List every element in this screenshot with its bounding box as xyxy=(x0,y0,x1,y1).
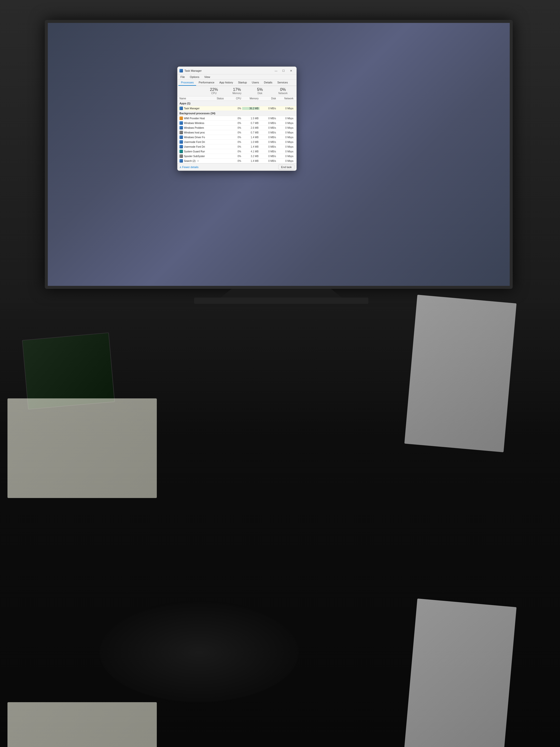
titlebar: Task Manager — ☐ ✕ xyxy=(178,67,296,74)
process-name-problem-reporting: Windows Problem Reporting xyxy=(180,126,205,129)
process-cpu: 0% xyxy=(225,127,242,129)
process-icon xyxy=(180,154,183,158)
process-name-search: Search (2) ⊙ xyxy=(180,159,205,162)
disk-label: Disk xyxy=(248,92,271,95)
white-box-item xyxy=(404,599,517,747)
process-memory: 1.4 MB xyxy=(242,136,260,139)
process-icon xyxy=(180,145,183,148)
monitor-screen: Task Manager — ☐ ✕ File Options View Pro… xyxy=(48,23,510,286)
network-stat: 0% Network xyxy=(271,87,294,95)
tab-bar: Processes Performance App history Startu… xyxy=(178,80,296,86)
process-name-driver-foundation: Windows Driver Foundation —... xyxy=(180,135,205,139)
tab-users[interactable]: Users xyxy=(249,80,262,86)
tab-details[interactable]: Details xyxy=(262,80,275,86)
process-disk: 0 MB/s xyxy=(260,155,277,158)
tab-startup[interactable]: Startup xyxy=(236,80,249,86)
tab-app-history[interactable]: App history xyxy=(217,80,236,86)
process-network: 0 Mbps xyxy=(277,117,294,120)
process-name-font-driver-1: Usermode Font Driver Host xyxy=(180,140,205,144)
table-row[interactable]: Windows Problem Reporting 0% 2.6 MB 0 MB… xyxy=(178,126,296,130)
table-row[interactable]: WMI Provider Host 0% 1.5 MB 0 MB/s 0 Mbp… xyxy=(178,116,296,121)
process-network: 0 Mbps xyxy=(277,150,294,153)
menu-view[interactable]: View xyxy=(203,75,211,79)
process-disk: 0 MB/s xyxy=(260,107,277,110)
network-label: Network xyxy=(271,92,294,95)
minimize-button[interactable]: — xyxy=(272,68,279,73)
process-icon xyxy=(180,121,183,125)
menu-options[interactable]: Options xyxy=(189,75,201,79)
table-row[interactable]: Search (2) ⊙ 0% 1.4 MB 0 MB/s 0 Mbps xyxy=(178,159,296,163)
process-network: 0 Mbps xyxy=(277,146,294,148)
process-disk: 0 MB/s xyxy=(260,127,277,129)
fewer-details-label: Fewer details xyxy=(182,165,198,169)
network-percent: 0% xyxy=(271,87,294,92)
process-icon xyxy=(180,159,183,162)
process-name-font-driver-2: Usermode Font Driver Host xyxy=(180,145,205,148)
process-cpu: 0% xyxy=(225,107,242,110)
col-name[interactable]: Name xyxy=(180,97,205,100)
tab-processes[interactable]: Processes xyxy=(179,80,196,86)
menu-file[interactable]: File xyxy=(180,75,186,79)
process-memory: 1.5 MB xyxy=(242,117,260,120)
monitor-base xyxy=(194,298,368,304)
process-disk: 0 MB/s xyxy=(260,150,277,153)
process-memory: 1.4 MB xyxy=(242,160,260,162)
col-memory[interactable]: Memory xyxy=(242,97,260,100)
process-memory: 0.7 MB xyxy=(242,131,260,134)
process-cpu: 0% xyxy=(225,146,242,148)
table-row[interactable]: Windows host process (Rund... 0% 0.7 MB … xyxy=(178,130,296,135)
process-list[interactable]: Apps (1) Task Manager 0% 36.2 MB 0 MB/s … xyxy=(178,101,296,163)
process-icon xyxy=(180,140,183,144)
monitor: Task Manager — ☐ ✕ File Options View Pro… xyxy=(45,20,513,289)
process-disk: 0 MB/s xyxy=(260,146,277,148)
fewer-details-button[interactable]: ∧ Fewer details xyxy=(180,165,198,169)
process-disk: 0 MB/s xyxy=(260,136,277,139)
process-disk: 0 MB/s xyxy=(260,141,277,144)
table-row[interactable]: Spooler SubSystem App 0% 3.2 MB 0 MB/s 0… xyxy=(178,154,296,159)
maximize-button[interactable]: ☐ xyxy=(280,68,287,73)
col-status[interactable]: Status xyxy=(205,97,225,100)
apps-section-header[interactable]: Apps (1) xyxy=(178,101,296,106)
col-network[interactable]: Network xyxy=(277,97,294,100)
cardboard-box xyxy=(404,295,517,453)
background-section-header[interactable]: Background processes (34) xyxy=(178,111,296,116)
process-icon xyxy=(180,126,183,129)
process-cpu: 0% xyxy=(225,131,242,134)
process-network: 0 Mbps xyxy=(277,155,294,158)
process-disk: 0 MB/s xyxy=(260,131,277,134)
process-memory: 2.6 MB xyxy=(242,127,260,129)
process-network: 0 Mbps xyxy=(277,127,294,129)
window-title: Task Manager xyxy=(184,69,202,72)
table-row[interactable]: System Guard Runtime Monit... 0% 4.1 MB … xyxy=(178,149,296,154)
window-controls: — ☐ ✕ xyxy=(272,68,294,73)
col-cpu[interactable]: CPU xyxy=(225,97,242,100)
close-button[interactable]: ✕ xyxy=(288,68,294,73)
process-cpu: 0% xyxy=(225,117,242,120)
table-row[interactable]: Usermode Font Driver Host 0% 1.4 MB 0 MB… xyxy=(178,145,296,149)
monitor-stand xyxy=(219,289,344,299)
table-row[interactable]: Task Manager 0% 36.2 MB 0 MB/s 0 Mbps xyxy=(178,106,296,111)
process-memory: 3.2 MB xyxy=(242,155,260,158)
cpu-label: CPU xyxy=(202,92,225,95)
process-icon xyxy=(180,131,183,134)
process-memory: 0.7 MB xyxy=(242,122,260,125)
process-disk: 0 MB/s xyxy=(260,122,277,125)
process-network: 0 Mbps xyxy=(277,107,294,110)
process-network: 0 Mbps xyxy=(277,122,294,125)
table-row[interactable]: Windows Driver Foundation —... 0% 1.4 MB… xyxy=(178,135,296,140)
process-cpu: 0% xyxy=(225,136,242,139)
process-network: 0 Mbps xyxy=(277,160,294,162)
tab-services[interactable]: Services xyxy=(275,80,290,86)
footer: ∧ Fewer details End task xyxy=(178,163,296,171)
memory-stat: 17% Memory xyxy=(225,87,248,95)
disk-percent: 5% xyxy=(248,87,271,92)
process-icon xyxy=(180,135,183,139)
end-task-button[interactable]: End task xyxy=(278,164,294,170)
col-disk[interactable]: Disk xyxy=(260,97,277,100)
process-cpu: 0% xyxy=(225,122,242,125)
table-row[interactable]: Usermode Font Driver Host 0% 1.0 MB 0 MB… xyxy=(178,140,296,145)
process-icon xyxy=(180,117,183,120)
cable-clutter xyxy=(100,602,299,702)
tab-performance[interactable]: Performance xyxy=(196,80,217,86)
table-row[interactable]: Windows Wireless LAN 802.11... 0% 0.7 MB… xyxy=(178,121,296,126)
